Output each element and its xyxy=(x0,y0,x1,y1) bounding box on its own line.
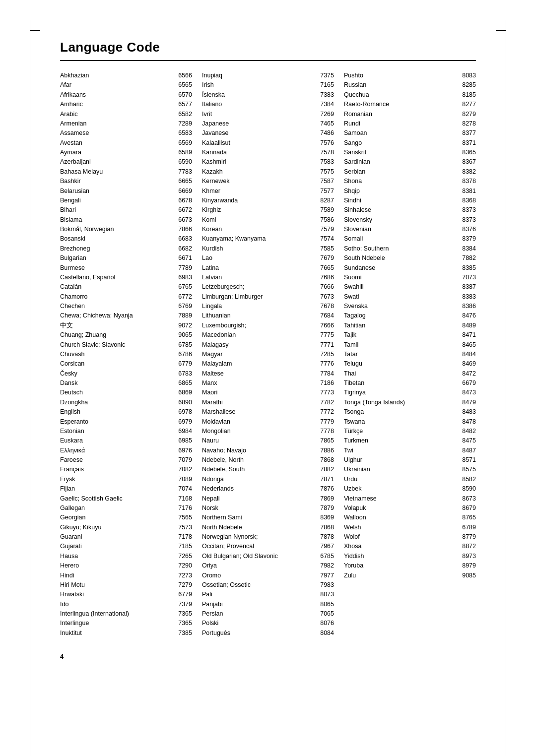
language-code: 8381 xyxy=(462,187,476,196)
list-item: Magyar7285 xyxy=(202,350,334,359)
list-item: Português8084 xyxy=(202,629,334,638)
language-name: Oromo xyxy=(202,571,320,580)
language-code: 7486 xyxy=(320,128,334,138)
language-code: 8571 xyxy=(462,455,476,465)
list-item: Nepali7869 xyxy=(202,494,334,504)
language-code: 6569 xyxy=(178,138,192,148)
list-item: Bokmål, Norwegian7866 xyxy=(60,225,192,234)
page-number: 4 xyxy=(60,653,476,660)
language-code: 7686 xyxy=(320,273,334,282)
language-code: 6890 xyxy=(178,398,192,407)
language-name: Bislama xyxy=(60,215,178,225)
language-code: 7379 xyxy=(178,600,192,609)
list-item: Lithuanian7684 xyxy=(202,311,334,320)
list-item: Ndebele, South7882 xyxy=(202,465,334,474)
language-code: 7878 xyxy=(320,532,334,542)
language-name: Fijian xyxy=(60,484,178,494)
language-name: Sanskrit xyxy=(344,148,462,157)
language-name: Limburgan; Limburger xyxy=(202,292,320,302)
language-code: 8279 xyxy=(462,110,476,119)
language-code: 6582 xyxy=(178,110,192,119)
list-item: Oromo7977 xyxy=(202,571,334,580)
language-name: Gikuyu; Kikuyu xyxy=(60,523,178,532)
language-code: 7871 xyxy=(320,475,334,484)
language-code: 7074 xyxy=(178,484,192,494)
list-item: Bengali6678 xyxy=(60,196,192,205)
list-item: Welsh6789 xyxy=(344,523,476,532)
list-item: Kinyarwanda8287 xyxy=(202,196,334,205)
language-name: Kurdish xyxy=(202,244,320,253)
page-title: Language Code xyxy=(60,40,476,55)
language-name: Nederlands xyxy=(202,484,320,494)
list-item: Turkmen8475 xyxy=(344,436,476,445)
list-item: Íslenska7383 xyxy=(202,90,334,100)
list-item: Latvian7686 xyxy=(202,273,334,282)
list-item: Letzeburgesch;7666 xyxy=(202,282,334,292)
corner-mark-tl xyxy=(30,30,40,31)
language-code: 7168 xyxy=(178,494,192,504)
language-name: Italiano xyxy=(202,100,320,109)
language-code: 8489 xyxy=(462,321,476,330)
language-code: 7673 xyxy=(320,292,334,302)
language-code: 7065 xyxy=(320,609,334,619)
list-item: South Ndebele7882 xyxy=(344,253,476,263)
language-code: 7679 xyxy=(320,253,334,263)
language-code: 6772 xyxy=(178,292,192,302)
list-item: Chuang; Zhuang9065 xyxy=(60,330,192,340)
language-name: Telugu xyxy=(344,359,462,369)
language-code: 6669 xyxy=(178,187,192,196)
list-item: Fijian7074 xyxy=(60,484,192,494)
language-name: Sindhi xyxy=(344,196,462,205)
language-code: 7576 xyxy=(320,138,334,148)
language-code: 8487 xyxy=(462,446,476,455)
language-name: Ivrit xyxy=(202,110,320,119)
list-item: Wolof8779 xyxy=(344,532,476,542)
list-item: Irish7165 xyxy=(202,80,334,90)
language-name: 中文 xyxy=(60,321,178,330)
language-name: Sardinian xyxy=(344,157,462,167)
list-item: Chewa; Chichewa; Nyanja7889 xyxy=(60,311,192,320)
language-name: Inupiaq xyxy=(202,71,320,80)
language-name: Amharic xyxy=(60,100,178,109)
language-name: Xhosa xyxy=(344,542,462,551)
language-code: 7782 xyxy=(320,398,334,407)
language-name: Romanian xyxy=(344,110,462,119)
list-item: Aymara6589 xyxy=(60,148,192,157)
language-code: 6765 xyxy=(178,282,192,292)
language-code: 8076 xyxy=(320,619,334,628)
language-name: Afar xyxy=(60,80,178,90)
list-item: Marathi7782 xyxy=(202,398,334,407)
language-name: Esperanto xyxy=(60,417,178,427)
list-item: Chamorro6772 xyxy=(60,292,192,302)
language-code: 8368 xyxy=(462,196,476,205)
language-name: Slovensky xyxy=(344,215,462,225)
list-item: Khmer7577 xyxy=(202,187,334,196)
language-code: 7176 xyxy=(178,504,192,513)
language-name: Français xyxy=(60,465,178,474)
list-item: Amharic6577 xyxy=(60,100,192,109)
language-name: Mongolian xyxy=(202,427,320,436)
language-code: 7678 xyxy=(320,302,334,311)
language-code: 8287 xyxy=(320,196,334,205)
language-code: 7882 xyxy=(320,465,334,474)
language-code: 6665 xyxy=(178,177,192,186)
language-name: Macedonian xyxy=(202,330,320,340)
list-item: Norsk7879 xyxy=(202,504,334,513)
list-item: Luxembourgish;7666 xyxy=(202,321,334,330)
language-name: Faroese xyxy=(60,455,178,465)
language-name: North Ndebele xyxy=(202,523,320,532)
language-code: 7384 xyxy=(320,100,334,109)
language-name: Chuang; Zhuang xyxy=(60,330,178,340)
list-item: Tatar8484 xyxy=(344,350,476,359)
language-code: 8379 xyxy=(462,234,476,244)
language-code: 7265 xyxy=(178,552,192,561)
language-name: Gaelic; Scottish Gaelic xyxy=(60,494,178,504)
language-name: Ukrainian xyxy=(344,465,462,474)
language-code: 7577 xyxy=(320,187,334,196)
language-code: 8979 xyxy=(462,561,476,570)
language-name: Raeto-Romance xyxy=(344,100,462,109)
language-code: 8367 xyxy=(462,157,476,167)
language-code: 8465 xyxy=(462,340,476,350)
list-item: Sindhi8368 xyxy=(344,196,476,205)
language-code: 7772 xyxy=(320,407,334,417)
